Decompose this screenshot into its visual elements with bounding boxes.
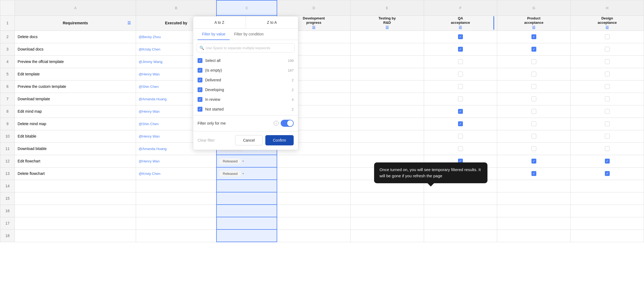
g-checkbox-cell[interactable] — [497, 68, 571, 80]
requirements-cell: Preview the custom template — [15, 80, 136, 93]
f-checkbox-cell[interactable]: ✓ — [424, 43, 497, 55]
g-checkbox-cell[interactable] — [497, 205, 571, 217]
h-checkbox-cell[interactable] — [571, 205, 644, 217]
tab-filter-by-condition[interactable]: Filter by condition — [230, 29, 268, 40]
filter-checkbox: ✓ — [198, 78, 202, 82]
f-checkbox-cell[interactable] — [424, 142, 497, 155]
f-checkbox-cell[interactable]: ✓ — [424, 31, 497, 43]
testing-cell — [350, 118, 424, 130]
g-checkbox-cell[interactable] — [497, 105, 571, 118]
filter-search-input[interactable] — [206, 46, 292, 50]
filter-item-label: (Is empty) — [205, 68, 285, 72]
tab-filter-by-value[interactable]: Filter by value — [198, 29, 230, 40]
h-checkbox-cell[interactable] — [571, 217, 644, 229]
g-checkbox-cell[interactable] — [497, 229, 571, 242]
filter-list-item[interactable]: ✓ In review 4 — [193, 95, 298, 104]
f-checkbox-cell[interactable] — [424, 130, 497, 142]
col-c-header: C — [216, 0, 277, 15]
requirements-cell: Download bitable — [15, 142, 136, 155]
f-checkbox-cell[interactable] — [424, 217, 497, 229]
testing-label: Testing byR&D — [378, 16, 396, 25]
g-checkbox-cell[interactable]: ✓ — [497, 31, 571, 43]
g-checkbox-cell[interactable]: ✓ — [497, 155, 571, 167]
sort-az-button[interactable]: A to Z — [193, 16, 246, 28]
f-checkbox-cell[interactable] — [424, 68, 497, 80]
filter-item-count: 2 — [292, 107, 294, 111]
h-checkbox-cell[interactable] — [571, 118, 644, 130]
h-checkbox-cell[interactable] — [571, 55, 644, 68]
f-checkbox-cell[interactable] — [424, 93, 497, 105]
filter-list-item[interactable]: ✓ (Is empty) 187 — [193, 65, 298, 75]
filter-checkbox: ✓ — [198, 97, 202, 102]
f-checkbox-cell[interactable] — [424, 55, 497, 68]
requirements-cell: Delete mind map — [15, 118, 136, 130]
dev-filter-icon[interactable]: ☰ — [312, 25, 316, 30]
filter-item-count: 199 — [288, 59, 294, 63]
testing-filter-icon[interactable]: ☰ — [385, 25, 389, 30]
product-filter-icon[interactable]: ☰ — [532, 25, 535, 30]
requirements-cell: Edit template — [15, 68, 136, 80]
row-number: 12 — [0, 155, 15, 167]
row-number: 7 — [0, 93, 15, 105]
design-filter-icon[interactable]: ☰ — [605, 25, 609, 30]
g-checkbox-cell[interactable] — [497, 192, 571, 205]
h-checkbox-cell[interactable]: ✓ — [571, 167, 644, 180]
filter-item-count: 2 — [292, 88, 294, 92]
g-checkbox-cell[interactable]: ✓ — [497, 43, 571, 55]
filter-list-item[interactable]: ✓ Not started 2 — [193, 104, 298, 114]
product-header: Productacceptance ☰ — [497, 15, 571, 31]
h-checkbox-cell[interactable] — [571, 192, 644, 205]
g-checkbox-cell[interactable] — [497, 130, 571, 142]
g-checkbox-cell[interactable] — [497, 93, 571, 105]
table-row: 3Download docs@Kristy ChenDelivered▾✓✓ — [0, 43, 644, 55]
f-checkbox-cell[interactable] — [424, 205, 497, 217]
h-checkbox-cell[interactable] — [571, 105, 644, 118]
h-checkbox-cell[interactable] — [571, 31, 644, 43]
testing-cell — [350, 205, 424, 217]
g-checkbox-cell[interactable] — [497, 217, 571, 229]
filter-list-item[interactable]: ✓ Developing 2 — [193, 85, 298, 95]
h-checkbox-cell[interactable] — [571, 80, 644, 93]
h-checkbox-cell[interactable] — [571, 180, 644, 192]
filter-info-icon[interactable]: i — [274, 121, 279, 126]
h-checkbox-cell[interactable] — [571, 130, 644, 142]
requirements-label: Requirements — [63, 21, 88, 25]
confirm-button[interactable]: Confirm — [265, 135, 294, 145]
h-checkbox-cell[interactable] — [571, 229, 644, 242]
f-checkbox-cell[interactable]: ✓ — [424, 105, 497, 118]
g-checkbox-cell[interactable] — [497, 55, 571, 68]
filter-only-toggle[interactable] — [281, 120, 294, 127]
requirements-cell — [15, 229, 136, 242]
qa-filter-icon[interactable]: ☰ — [459, 25, 462, 30]
g-checkbox-cell[interactable]: ✓ — [497, 167, 571, 180]
testing-cell — [350, 80, 424, 93]
filter-tabs: Filter by value Filter by condition — [193, 29, 298, 40]
h-checkbox-cell[interactable] — [571, 68, 644, 80]
cancel-button[interactable]: Cancel — [235, 135, 263, 145]
h-checkbox-cell[interactable]: ✓ — [571, 155, 644, 167]
dev-cell — [277, 180, 350, 192]
filter-list-item[interactable]: ✓ Select all 199 — [193, 56, 298, 65]
f-checkbox-cell[interactable] — [424, 192, 497, 205]
sort-za-button[interactable]: Z to A — [246, 16, 298, 28]
g-checkbox-cell[interactable] — [497, 142, 571, 155]
f-checkbox-cell[interactable]: ✓ — [424, 118, 497, 130]
filter-list: ✓ Select all 199 ✓ (Is empty) 187 ✓ Deli… — [193, 55, 298, 115]
filter-checkbox: ✓ — [198, 87, 202, 92]
requirements-cell — [15, 205, 136, 217]
f-checkbox-cell[interactable] — [424, 80, 497, 93]
g-checkbox-cell[interactable] — [497, 118, 571, 130]
h-checkbox-cell[interactable] — [571, 43, 644, 55]
g-checkbox-cell[interactable] — [497, 80, 571, 93]
col-g-header: G — [497, 0, 571, 15]
dev-cell — [277, 205, 350, 217]
g-checkbox-cell[interactable] — [497, 180, 571, 192]
dev-cell — [277, 192, 350, 205]
f-checkbox-cell[interactable] — [424, 229, 497, 242]
clear-filter-button[interactable]: Clear filter — [198, 138, 215, 142]
h-checkbox-cell[interactable] — [571, 142, 644, 155]
testing-cell — [350, 43, 424, 55]
requirements-filter-icon[interactable]: ☰ — [127, 21, 131, 25]
h-checkbox-cell[interactable] — [571, 93, 644, 105]
filter-list-item[interactable]: ✓ Delivered 2 — [193, 75, 298, 85]
